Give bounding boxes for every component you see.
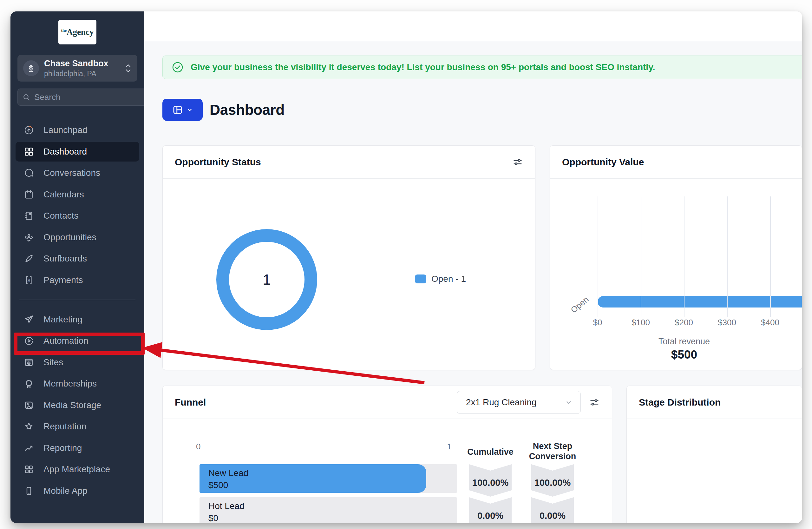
funnel-cumulative-cell: 0.00% <box>469 497 512 523</box>
payments-icon: $ <box>24 275 34 285</box>
funnel-stage-row[interactable]: New Lead$500 <box>200 464 457 493</box>
widget-settings-icon[interactable] <box>512 157 523 168</box>
location-pin-icon <box>23 60 39 76</box>
funnel-axis-start: 0 <box>196 442 201 452</box>
sidebar-item-conversations[interactable]: Conversations <box>16 163 139 183</box>
sidebar-item-reporting[interactable]: Reporting <box>16 438 139 458</box>
sidebar-item-label: Conversations <box>43 168 100 178</box>
sidebar-item-sites[interactable]: Sites <box>16 353 139 372</box>
topbar <box>144 11 802 41</box>
total-revenue-value: $500 <box>598 348 771 361</box>
sidebar-item-label: Opportunities <box>43 232 97 242</box>
automation-icon <box>24 336 34 346</box>
x-axis-tick-label: $0 <box>575 318 620 328</box>
search-box[interactable]: ⌘ K <box>17 88 144 106</box>
sidebar-item-launchpad[interactable]: Launchpad <box>16 120 139 140</box>
main-area: Give your business the visibility it des… <box>144 11 802 523</box>
funnel-stage-value: $500 <box>208 480 228 490</box>
banner-text: Give your business the visibility it des… <box>191 62 655 72</box>
stage-distribution-card: Stage Distribution <box>626 386 802 523</box>
sidebar-item-app-marketplace[interactable]: App Marketplace <box>16 459 139 479</box>
funnel-column-header: Next Step Conversion <box>522 441 583 462</box>
gridline <box>641 197 641 317</box>
sidebar-item-surfboards[interactable]: Surfboards <box>16 249 139 269</box>
funnel-percentage-value: 0.00% <box>539 511 566 521</box>
funnel-percentage-value: 100.00% <box>472 477 509 488</box>
sidebar-item-dashboard[interactable]: Dashboard <box>16 142 139 161</box>
legend-swatch <box>415 274 426 283</box>
reporting-icon <box>24 443 34 453</box>
opportunities-icon <box>24 232 34 242</box>
bar-category-label: Open <box>569 295 591 315</box>
calendars-icon <box>24 189 34 200</box>
funnel-stage-row[interactable]: Hot Lead$0 <box>200 497 457 523</box>
opportunity-value-card: Opportunity Value Open Total revenue $50… <box>550 145 802 370</box>
sidebar-item-memberships[interactable]: Memberships <box>16 374 139 394</box>
sidebar-item-label: Reputation <box>43 421 86 432</box>
layout-icon <box>172 104 183 115</box>
funnel-title: Funnel <box>175 397 206 408</box>
sites-icon <box>24 357 34 368</box>
app-window: theAgency Chase Sandbox philadelphia, PA <box>11 11 802 523</box>
legend-item[interactable]: Open - 1 <box>415 274 466 284</box>
marketing-icon <box>24 314 34 325</box>
dashboard-icon <box>24 147 34 157</box>
surfboards-icon <box>24 254 34 264</box>
opportunity-value-title: Opportunity Value <box>562 157 644 168</box>
opportunity-status-card: Opportunity Status 1 Open - 1 <box>162 145 535 370</box>
sidebar-item-payments[interactable]: $Payments <box>16 270 139 290</box>
sidebar-item-reputation[interactable]: Reputation <box>16 417 139 436</box>
contacts-icon <box>24 211 34 221</box>
search-input[interactable] <box>34 92 141 102</box>
opportunity-status-donut-chart: 1 <box>216 229 317 330</box>
funnel-card: Funnel 2x1 Rug Cleaning <box>162 386 612 523</box>
funnel-next-step-cell: 100.00% <box>531 464 574 497</box>
media-storage-icon <box>24 400 34 410</box>
sidebar-nav: LaunchpadDashboardConversationsCalendars… <box>11 120 144 501</box>
gridline <box>770 197 771 317</box>
x-axis-tick-label: $200 <box>662 318 706 328</box>
x-axis-tick-label: $300 <box>705 318 749 328</box>
sidebar-item-label: Contacts <box>43 211 79 221</box>
sidebar-item-label: Marketing <box>43 314 83 325</box>
sidebar-item-marketing[interactable]: Marketing <box>16 310 139 329</box>
mobile-app-icon <box>24 486 34 496</box>
sidebar-item-label: Launchpad <box>43 125 88 135</box>
dashboard-layout-button[interactable] <box>162 99 203 121</box>
content-scroll-area[interactable]: Give your business the visibility it des… <box>144 41 802 523</box>
sidebar-item-label: Sites <box>43 357 63 368</box>
sidebar-item-label: Media Storage <box>43 400 101 410</box>
svg-text:$: $ <box>28 278 30 283</box>
stage-distribution-title: Stage Distribution <box>639 397 721 408</box>
gridline <box>684 197 684 317</box>
sidebar-item-label: Dashboard <box>43 147 87 157</box>
widget-settings-icon[interactable] <box>589 397 600 408</box>
sidebar-item-media-storage[interactable]: Media Storage <box>16 396 139 415</box>
funnel-pipeline-selected: 2x1 Rug Cleaning <box>466 397 560 408</box>
chevron-up-down-icon <box>125 64 132 73</box>
seo-promo-banner[interactable]: Give your business the visibility it des… <box>162 56 802 79</box>
sidebar-item-mobile-app[interactable]: Mobile App <box>16 481 139 501</box>
funnel-axis-end: 1 <box>447 442 451 452</box>
donut-center-value: 1 <box>263 271 271 288</box>
sidebar-item-opportunities[interactable]: Opportunities <box>16 228 139 247</box>
account-location: philadelphia, PA <box>44 69 119 78</box>
sidebar-item-label: Surfboards <box>43 254 87 264</box>
sidebar-item-contacts[interactable]: Contacts <box>16 206 139 226</box>
sidebar-item-calendars[interactable]: Calendars <box>16 185 139 204</box>
sidebar-item-label: Reporting <box>43 443 82 453</box>
funnel-next-step-cell: 0.00% <box>531 497 574 523</box>
account-switcher[interactable]: Chase Sandbox philadelphia, PA <box>17 55 137 82</box>
funnel-pipeline-select[interactable]: 2x1 Rug Cleaning <box>457 391 581 414</box>
funnel-stage-label: Hot Lead <box>208 501 245 511</box>
check-circle-icon <box>172 61 184 73</box>
sidebar-item-label: Payments <box>43 275 83 285</box>
gridline <box>727 197 728 317</box>
sidebar-item-automation[interactable]: Automation <box>16 331 139 351</box>
chevron-down-icon <box>186 106 193 114</box>
sidebar-item-label: App Marketplace <box>43 464 110 474</box>
sidebar-item-label: Mobile App <box>43 486 88 496</box>
funnel-stage-label: New Lead <box>208 468 248 478</box>
funnel-column-header: Cumulative <box>460 447 521 457</box>
search-icon <box>22 93 30 101</box>
